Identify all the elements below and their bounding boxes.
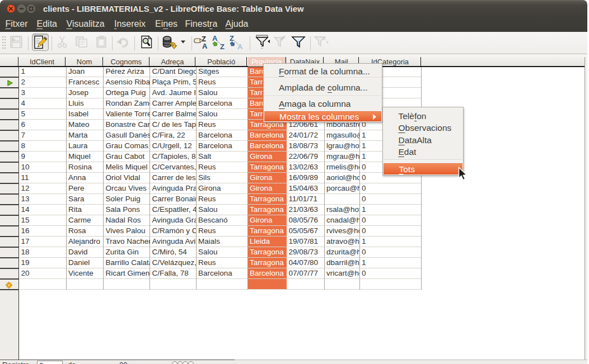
svg-text:A: A	[212, 34, 218, 42]
svg-text:Z: Z	[220, 42, 225, 50]
svg-text:Z: Z	[230, 34, 234, 42]
svg-text:A: A	[202, 42, 208, 50]
svg-text:A: A	[237, 42, 243, 50]
